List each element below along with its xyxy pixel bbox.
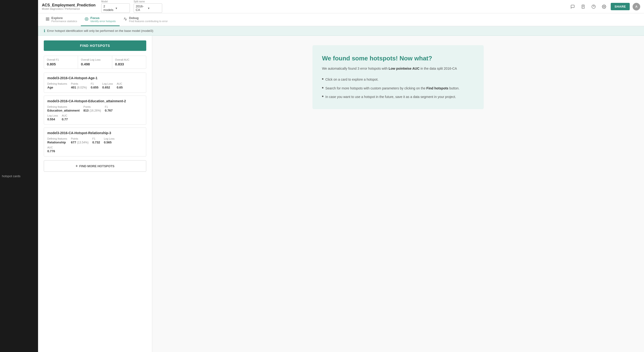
model-value: 2 models (104, 4, 116, 12)
focus-icon (85, 17, 88, 22)
breadcrumb: Model diagnostics / Performance (42, 7, 96, 10)
card-1-f1-label: F1 (91, 82, 99, 85)
hotspot-card-3[interactable]: model3-2016-CA-Hotspot-Relationship-3 De… (44, 128, 146, 156)
overall-log-loss-label: Overall Log Loss (81, 58, 109, 61)
svg-point-12 (86, 18, 87, 20)
card-1-auc-label: AUC (117, 82, 123, 85)
card-2-metrics-row2: Log Loss 0.554 AUC 0.77 (47, 114, 143, 121)
tip-1: Click on a card to explore a hotspot. (322, 77, 474, 82)
header: ACS_Employment_Prediction Model diagnost… (38, 0, 644, 13)
card-3-metrics-row1: Defining features Relationship Points 67… (47, 137, 143, 144)
card-1-metrics: Defining features Age Points 401 (8.02%)… (47, 82, 143, 89)
bullet-icon (322, 78, 324, 80)
settings-icon[interactable] (600, 3, 608, 10)
left-panel: FIND HOTSPOTS Overall F1 0.805 Overall L… (38, 36, 152, 352)
model-selector[interactable]: Model 2 models ▾ (101, 0, 130, 13)
card-1-points: Points 401 (8.02%) (71, 82, 87, 89)
right-panel: We found some hotspots! Now what? We aut… (152, 36, 644, 352)
info-card-tips: Click on a card to explore a hotspot. Se… (322, 77, 474, 100)
share-button[interactable]: SHARE (611, 3, 630, 10)
overall-f1-label: Overall F1 (47, 58, 75, 61)
tab-focus[interactable]: Focus Identify error hotspots (81, 13, 120, 26)
debug-tab-subtitle: Find features contributing to error (129, 20, 168, 22)
card-2-points-label: Points (84, 105, 101, 108)
explore-icon (46, 17, 50, 22)
explore-tab-title: Explore (51, 16, 77, 20)
split-label: Split name (134, 0, 162, 3)
card-2-ll-value: 0.554 (47, 118, 58, 121)
card-3-metrics-row2: AUC 0.776 (47, 146, 143, 153)
card-1-auc-value: 0.65 (117, 86, 123, 89)
card-2-title: model3-2016-CA-Hotspot-Education_attainm… (47, 99, 143, 103)
split-selector[interactable]: Split name 2016-CA ▾ (134, 0, 162, 13)
debug-tab-title: Debug (129, 16, 168, 20)
card-1-points-value: 401 (8.02%) (71, 86, 87, 89)
card-1-df-value: Age (47, 86, 67, 89)
model-dropdown[interactable]: 2 models ▾ (101, 3, 130, 13)
card-3-points: Points 677 (13.54%) (71, 137, 88, 144)
main-content: FIND HOTSPOTS Overall F1 0.805 Overall L… (38, 36, 644, 352)
find-hotspots-button[interactable]: FIND HOTSPOTS (44, 40, 146, 51)
card-3-df-value: Relationship (47, 140, 67, 144)
card-1-ll-label: Log Loss (102, 82, 113, 85)
card-1-auc: AUC 0.65 (117, 82, 123, 89)
explore-tab-subtitle: Performance statistics (51, 20, 77, 22)
avatar[interactable]: A (632, 3, 640, 10)
card-2-f1-value: 0.767 (105, 109, 113, 112)
card-2-auc-label: AUC (62, 114, 68, 117)
card-2-ll-label: Log Loss (47, 114, 58, 117)
card-2-metrics-row1: Defining features Education_attainment P… (47, 105, 143, 112)
card-3-points-value: 677 (13.54%) (71, 140, 88, 144)
document-icon[interactable] (579, 3, 587, 10)
card-3-f1-label: F1 (92, 137, 100, 140)
tab-debug[interactable]: Debug Find features contributing to erro… (120, 13, 172, 26)
card-2-points-value: 813 (16.26%) (84, 109, 101, 112)
card-1-f1: F1 0.655 (91, 82, 99, 89)
card-3-title: model3-2016-CA-Hotspot-Relationship-3 (47, 131, 143, 135)
split-dropdown[interactable]: 2016-CA ▾ (134, 3, 162, 13)
card-1-f1-value: 0.655 (91, 86, 99, 89)
split-dropdown-arrow: ▾ (148, 6, 160, 10)
card-1-log-loss: Log Loss 0.652 (102, 82, 113, 89)
card-3-f1: F1 0.732 (92, 137, 100, 144)
svg-rect-7 (46, 18, 47, 19)
page-title: ACS_Employment_Prediction (42, 3, 96, 7)
tip-2: Search for more hotspots with custom par… (322, 86, 474, 91)
card-1-ll-value: 0.652 (102, 86, 113, 89)
card-3-ll-label: Log Loss (104, 137, 115, 140)
debug-icon (124, 17, 127, 22)
card-1-points-label: Points (71, 82, 87, 85)
card-1-df-label: Defining features (47, 82, 67, 85)
tab-bar: Explore Performance statistics Focus Ide… (38, 13, 644, 26)
info-card-intro: We automatically found 3 error hotspots … (322, 66, 474, 71)
chat-icon[interactable] (569, 3, 576, 10)
card-3-auc: AUC 0.776 (47, 146, 55, 153)
find-more-plus-icon: + (76, 164, 78, 168)
header-icons: SHARE A (569, 3, 640, 10)
overall-f1-value: 0.805 (47, 62, 75, 66)
svg-rect-8 (48, 18, 49, 19)
help-icon[interactable] (590, 3, 598, 10)
card-2-df-label: Defining features (47, 105, 80, 108)
alert-message: Error hotspot identification will only b… (47, 29, 154, 32)
stat-overall-f1: Overall F1 0.805 (44, 56, 78, 68)
overall-auc-value: 0.833 (115, 62, 143, 66)
hotspot-card-2[interactable]: model3-2016-CA-Hotspot-Education_attainm… (44, 96, 146, 125)
card-3-points-label: Points (71, 137, 88, 140)
alert-bar: ℹ Error hotspot identification will only… (38, 26, 644, 36)
model-label: Model (101, 0, 130, 3)
card-1-title: model3-2016-CA-Hotspot-Age-1 (47, 76, 143, 80)
overall-auc-label: Overall AUC (115, 58, 143, 61)
split-value: 2016-CA (136, 4, 148, 12)
focus-tab-subtitle: Identify error hotspots (90, 20, 116, 22)
bullet-icon (322, 96, 324, 97)
tip-2-text: Search for more hotspots with custom par… (325, 86, 460, 91)
card-3-ll-value: 0.565 (104, 140, 115, 144)
tab-explore[interactable]: Explore Performance statistics (42, 13, 81, 26)
model-dropdown-arrow: ▾ (116, 6, 128, 10)
card-3-f1-value: 0.732 (92, 140, 100, 144)
hotspot-card-1[interactable]: model3-2016-CA-Hotspot-Age-1 Defining fe… (44, 72, 146, 93)
card-2-points: Points 813 (16.26%) (84, 105, 101, 112)
find-more-hotspots-button[interactable]: + FIND MORE HOTSPOTS (44, 160, 146, 172)
svg-point-11 (85, 17, 88, 20)
